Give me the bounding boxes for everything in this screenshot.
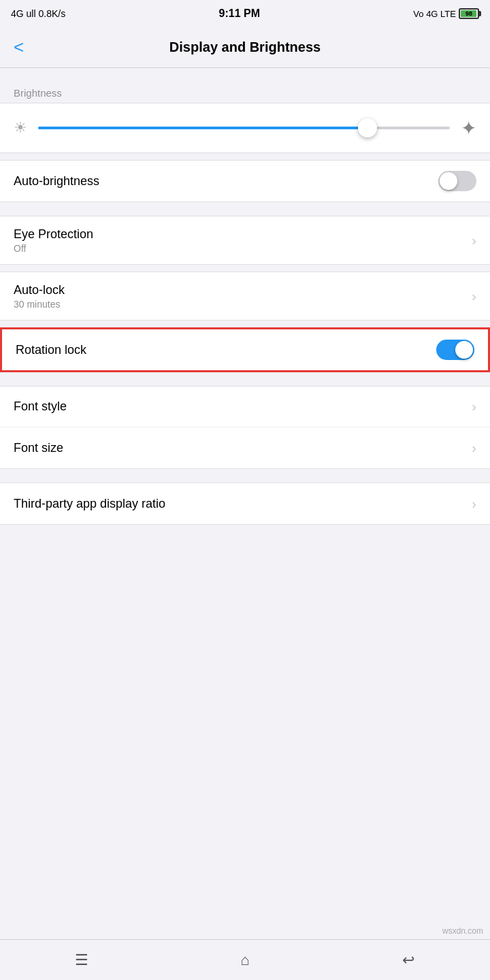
section-gap-7 bbox=[0, 469, 490, 483]
bottom-spacer bbox=[0, 525, 490, 579]
font-style-row[interactable]: Font style › bbox=[0, 387, 490, 427]
auto-lock-card: Auto-lock 30 minutes › bbox=[0, 272, 490, 321]
section-gap-6 bbox=[0, 372, 490, 386]
slider-thumb[interactable] bbox=[358, 118, 377, 137]
nav-menu-button[interactable]: ☰ bbox=[54, 947, 109, 974]
status-bar: 4G ull 0.8K/s 9:11 PM Vo 4G LTE 98 bbox=[0, 0, 490, 27]
status-left: 4G ull 0.8K/s bbox=[11, 8, 65, 19]
font-style-label: Font style bbox=[14, 399, 67, 414]
eye-protection-row[interactable]: Eye Protection Off › bbox=[0, 216, 490, 264]
brightness-card: ☀ ✦ bbox=[0, 103, 490, 153]
eye-protection-inner: Eye Protection Off › bbox=[14, 227, 476, 254]
auto-lock-inner: Auto-lock 30 minutes › bbox=[14, 283, 476, 310]
battery-icon: 98 bbox=[459, 8, 479, 19]
rotation-toggle-knob bbox=[455, 341, 473, 359]
brightness-slider[interactable] bbox=[38, 116, 450, 140]
auto-lock-chevron: › bbox=[472, 289, 476, 304]
eye-protection-chevron: › bbox=[472, 233, 476, 248]
network-icon: Vo 4G LTE bbox=[413, 9, 456, 19]
menu-icon: ☰ bbox=[75, 951, 88, 969]
rotation-lock-card: Rotation lock bbox=[0, 327, 490, 372]
slider-track bbox=[38, 127, 450, 129]
auto-lock-text: Auto-lock 30 minutes bbox=[14, 283, 65, 310]
font-size-chevron: › bbox=[472, 440, 476, 456]
page-header: < Display and Brightness bbox=[0, 27, 490, 68]
eye-protection-card: Eye Protection Off › bbox=[0, 216, 490, 265]
rotation-lock-row: Rotation lock bbox=[2, 329, 488, 370]
auto-lock-row[interactable]: Auto-lock 30 minutes › bbox=[0, 272, 490, 320]
font-style-chevron: › bbox=[472, 399, 476, 414]
toggle-knob bbox=[440, 172, 457, 190]
section-gap-4 bbox=[0, 265, 490, 272]
section-gap-2 bbox=[0, 153, 490, 160]
brightness-row: ☀ ✦ bbox=[0, 103, 490, 152]
eye-protection-title: Eye Protection bbox=[14, 227, 93, 242]
nav-home-button[interactable]: ⌂ bbox=[218, 947, 272, 974]
rotation-lock-toggle[interactable] bbox=[436, 340, 474, 360]
section-gap-3 bbox=[0, 202, 490, 216]
signal-text: 4G ull 0.8K/s bbox=[11, 8, 65, 19]
home-icon: ⌂ bbox=[240, 951, 249, 969]
third-party-row[interactable]: Third-party app display ratio › bbox=[0, 483, 490, 524]
slider-fill bbox=[38, 127, 368, 129]
nav-bar: ☰ ⌂ ↩ bbox=[0, 939, 490, 980]
font-size-label: Font size bbox=[14, 441, 63, 455]
font-card: Font style › Font size › bbox=[0, 386, 490, 469]
back-button[interactable]: < bbox=[14, 37, 24, 58]
sun-small-icon: ☀ bbox=[14, 119, 27, 137]
third-party-label: Third-party app display ratio bbox=[14, 497, 165, 511]
section-gap-1 bbox=[0, 68, 490, 82]
rotation-lock-label: Rotation lock bbox=[16, 343, 86, 357]
auto-lock-title: Auto-lock bbox=[14, 283, 65, 297]
section-gap-5 bbox=[0, 321, 490, 327]
nav-back-button[interactable]: ↩ bbox=[381, 947, 436, 974]
status-time: 9:11 PM bbox=[219, 7, 260, 20]
back-nav-icon: ↩ bbox=[402, 951, 414, 969]
page-title: Display and Brightness bbox=[169, 39, 321, 55]
third-party-chevron: › bbox=[472, 496, 476, 512]
sun-large-icon: ✦ bbox=[461, 117, 476, 140]
watermark: wsxdn.com bbox=[442, 926, 483, 936]
auto-brightness-label: Auto-brightness bbox=[14, 174, 99, 189]
auto-lock-subtitle: 30 minutes bbox=[14, 299, 65, 310]
third-party-card: Third-party app display ratio › bbox=[0, 483, 490, 525]
auto-brightness-card: Auto-brightness bbox=[0, 160, 490, 202]
eye-protection-text: Eye Protection Off bbox=[14, 227, 93, 254]
brightness-label: Brightness bbox=[0, 82, 490, 103]
eye-protection-subtitle: Off bbox=[14, 243, 93, 254]
auto-brightness-row: Auto-brightness bbox=[0, 161, 490, 201]
auto-brightness-toggle[interactable] bbox=[438, 171, 476, 191]
font-size-row[interactable]: Font size › bbox=[0, 427, 490, 468]
status-right: Vo 4G LTE 98 bbox=[413, 8, 479, 19]
